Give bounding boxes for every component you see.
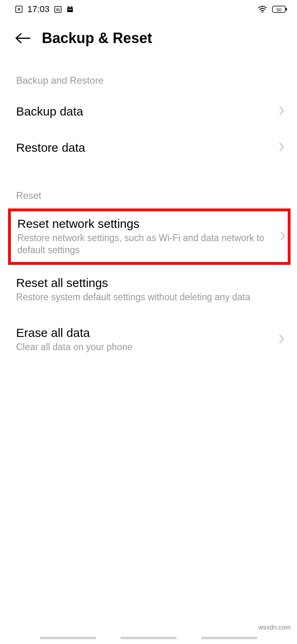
chevron-right-icon [278, 142, 285, 154]
chevron-right-icon [278, 105, 285, 118]
reset-all-settings-item[interactable]: Reset all settings Restore system defaul… [0, 265, 297, 315]
restore-data-item[interactable]: Restore data [0, 130, 297, 166]
list-item-title: Reset network settings [17, 217, 280, 231]
navigation-bar [0, 637, 297, 639]
list-item-title: Backup data [16, 105, 278, 118]
list-item-subtitle: Clear all data on your phone [16, 341, 278, 353]
wifi-icon [258, 5, 267, 13]
svg-text:31: 31 [56, 8, 60, 12]
list-item-title: Erase all data [16, 326, 278, 340]
watermark: wsxdn.com [258, 624, 291, 631]
status-left: 17:03 31 [15, 4, 74, 14]
status-time: 17:03 [27, 4, 50, 14]
svg-rect-10 [286, 8, 287, 10]
section-header-reset: Reset [0, 190, 297, 208]
backup-data-item[interactable]: Backup data [0, 93, 297, 130]
back-arrow-icon[interactable] [14, 32, 31, 44]
page-header: Backup & Reset [0, 18, 297, 59]
reset-network-settings-item[interactable]: Reset network settings Restore network s… [8, 208, 291, 265]
nav-back[interactable] [201, 637, 257, 639]
nav-recent[interactable] [40, 637, 96, 639]
close-app-icon [15, 6, 23, 13]
status-right: 50 [258, 5, 287, 13]
svg-text:50: 50 [276, 7, 281, 12]
nav-home[interactable] [120, 637, 177, 639]
chevron-right-icon [278, 334, 285, 346]
list-item-subtitle: Restore network settings, such as Wi-Fi … [17, 232, 280, 256]
section-header-backup: Backup and Restore [0, 75, 297, 93]
list-item-title: Restore data [16, 141, 278, 155]
list-item-title: Reset all settings [16, 276, 285, 290]
battery-icon: 50 [272, 5, 287, 13]
content-area: Backup and Restore Backup data Restore d… [0, 59, 297, 365]
page-title: Backup & Reset [42, 30, 152, 47]
erase-all-data-item[interactable]: Erase all data Clear all data on your ph… [0, 315, 297, 365]
chevron-right-icon [280, 231, 286, 243]
calendar-date-icon: 31 [54, 6, 62, 13]
calendar-icon [66, 6, 74, 13]
svg-point-8 [262, 12, 263, 13]
list-item-subtitle: Restore system default settings without … [16, 291, 285, 303]
status-bar: 17:03 31 [0, 0, 297, 18]
